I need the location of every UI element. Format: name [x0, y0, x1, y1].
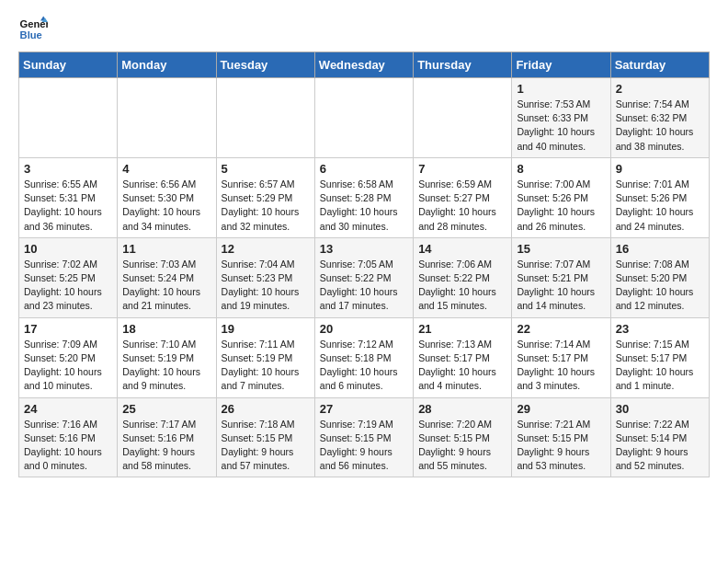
day-detail: Sunrise: 7:04 AM Sunset: 5:23 PM Dayligh… [222, 258, 310, 314]
day-number: 2 [616, 82, 704, 96]
day-number: 30 [616, 402, 704, 416]
calendar-cell: 18Sunrise: 7:10 AM Sunset: 5:19 PM Dayli… [118, 317, 216, 397]
calendar-cell: 30Sunrise: 7:22 AM Sunset: 5:14 PM Dayli… [610, 397, 709, 477]
day-detail: Sunrise: 7:12 AM Sunset: 5:18 PM Dayligh… [320, 338, 408, 394]
calendar-cell: 8Sunrise: 7:00 AM Sunset: 5:26 PM Daylig… [512, 157, 610, 237]
day-detail: Sunrise: 7:11 AM Sunset: 5:19 PM Dayligh… [222, 338, 310, 394]
calendar-cell: 16Sunrise: 7:08 AM Sunset: 5:20 PM Dayli… [610, 237, 709, 317]
calendar-cell: 21Sunrise: 7:13 AM Sunset: 5:17 PM Dayli… [414, 317, 512, 397]
calendar-cell: 7Sunrise: 6:59 AM Sunset: 5:27 PM Daylig… [414, 157, 512, 237]
day-number: 7 [418, 162, 506, 176]
day-detail: Sunrise: 7:18 AM Sunset: 5:15 PM Dayligh… [222, 418, 310, 474]
calendar-cell: 24Sunrise: 7:16 AM Sunset: 5:16 PM Dayli… [19, 397, 118, 477]
day-number: 16 [616, 242, 704, 256]
day-number: 6 [320, 162, 408, 176]
day-detail: Sunrise: 7:22 AM Sunset: 5:14 PM Dayligh… [616, 418, 704, 474]
weekday-header-wednesday: Wednesday [314, 52, 413, 78]
day-number: 8 [517, 162, 605, 176]
calendar-week-1: 1Sunrise: 7:53 AM Sunset: 6:33 PM Daylig… [19, 78, 710, 158]
calendar-week-4: 17Sunrise: 7:09 AM Sunset: 5:20 PM Dayli… [19, 317, 710, 397]
calendar-cell: 27Sunrise: 7:19 AM Sunset: 5:15 PM Dayli… [314, 397, 413, 477]
day-detail: Sunrise: 7:14 AM Sunset: 5:17 PM Dayligh… [517, 338, 605, 394]
day-number: 14 [418, 242, 506, 256]
weekday-header-saturday: Saturday [610, 52, 709, 78]
calendar-body: 1Sunrise: 7:53 AM Sunset: 6:33 PM Daylig… [19, 78, 710, 477]
calendar-cell: 4Sunrise: 6:56 AM Sunset: 5:30 PM Daylig… [118, 157, 216, 237]
day-number: 11 [122, 242, 210, 256]
day-detail: Sunrise: 6:59 AM Sunset: 5:27 PM Dayligh… [418, 178, 506, 234]
day-detail: Sunrise: 7:53 AM Sunset: 6:33 PM Dayligh… [517, 98, 605, 154]
day-detail: Sunrise: 7:06 AM Sunset: 5:22 PM Dayligh… [418, 258, 506, 314]
logo-icon: General Blue [18, 15, 48, 44]
weekday-header-sunday: Sunday [19, 52, 118, 78]
day-detail: Sunrise: 7:02 AM Sunset: 5:25 PM Dayligh… [24, 258, 112, 314]
day-number: 28 [418, 402, 506, 416]
calendar-cell: 10Sunrise: 7:02 AM Sunset: 5:25 PM Dayli… [19, 237, 118, 317]
page-header: General Blue [18, 15, 710, 44]
day-detail: Sunrise: 7:07 AM Sunset: 5:21 PM Dayligh… [517, 258, 605, 314]
day-detail: Sunrise: 7:00 AM Sunset: 5:26 PM Dayligh… [517, 178, 605, 234]
day-number: 15 [517, 242, 605, 256]
day-detail: Sunrise: 7:20 AM Sunset: 5:15 PM Dayligh… [418, 418, 506, 474]
day-detail: Sunrise: 7:21 AM Sunset: 5:15 PM Dayligh… [517, 418, 605, 474]
calendar-cell: 29Sunrise: 7:21 AM Sunset: 5:15 PM Dayli… [512, 397, 610, 477]
day-number: 24 [24, 402, 112, 416]
calendar-cell: 5Sunrise: 6:57 AM Sunset: 5:29 PM Daylig… [216, 157, 314, 237]
calendar-cell: 17Sunrise: 7:09 AM Sunset: 5:20 PM Dayli… [19, 317, 118, 397]
calendar-week-5: 24Sunrise: 7:16 AM Sunset: 5:16 PM Dayli… [19, 397, 710, 477]
day-detail: Sunrise: 7:01 AM Sunset: 5:26 PM Dayligh… [616, 178, 704, 234]
day-number: 26 [222, 402, 310, 416]
calendar-cell: 25Sunrise: 7:17 AM Sunset: 5:16 PM Dayli… [118, 397, 216, 477]
calendar-cell [216, 78, 314, 158]
day-number: 29 [517, 402, 605, 416]
day-number: 12 [222, 242, 310, 256]
calendar-table: SundayMondayTuesdayWednesdayThursdayFrid… [18, 52, 710, 477]
calendar-cell: 11Sunrise: 7:03 AM Sunset: 5:24 PM Dayli… [118, 237, 216, 317]
day-detail: Sunrise: 6:58 AM Sunset: 5:28 PM Dayligh… [320, 178, 408, 234]
day-number: 10 [24, 242, 112, 256]
day-number: 17 [24, 322, 112, 336]
day-number: 20 [320, 322, 408, 336]
day-detail: Sunrise: 6:55 AM Sunset: 5:31 PM Dayligh… [24, 178, 112, 234]
logo: General Blue [18, 15, 51, 44]
day-detail: Sunrise: 7:05 AM Sunset: 5:22 PM Dayligh… [320, 258, 408, 314]
day-detail: Sunrise: 7:09 AM Sunset: 5:20 PM Dayligh… [24, 338, 112, 394]
day-detail: Sunrise: 7:16 AM Sunset: 5:16 PM Dayligh… [24, 418, 112, 474]
calendar-week-3: 10Sunrise: 7:02 AM Sunset: 5:25 PM Dayli… [19, 237, 710, 317]
day-detail: Sunrise: 7:54 AM Sunset: 6:32 PM Dayligh… [616, 98, 704, 154]
weekday-header-monday: Monday [118, 52, 216, 78]
calendar-header-row: SundayMondayTuesdayWednesdayThursdayFrid… [19, 52, 710, 78]
day-detail: Sunrise: 7:17 AM Sunset: 5:16 PM Dayligh… [122, 418, 210, 474]
calendar-cell: 13Sunrise: 7:05 AM Sunset: 5:22 PM Dayli… [314, 237, 413, 317]
day-number: 19 [222, 322, 310, 336]
day-number: 13 [320, 242, 408, 256]
calendar-cell: 9Sunrise: 7:01 AM Sunset: 5:26 PM Daylig… [610, 157, 709, 237]
calendar-cell: 15Sunrise: 7:07 AM Sunset: 5:21 PM Dayli… [512, 237, 610, 317]
day-detail: Sunrise: 7:08 AM Sunset: 5:20 PM Dayligh… [616, 258, 704, 314]
svg-text:Blue: Blue [20, 29, 42, 40]
calendar-cell: 2Sunrise: 7:54 AM Sunset: 6:32 PM Daylig… [610, 78, 709, 158]
day-number: 18 [122, 322, 210, 336]
day-detail: Sunrise: 6:57 AM Sunset: 5:29 PM Dayligh… [222, 178, 310, 234]
weekday-header-friday: Friday [512, 52, 610, 78]
calendar-cell: 6Sunrise: 6:58 AM Sunset: 5:28 PM Daylig… [314, 157, 413, 237]
calendar-cell [19, 78, 118, 158]
day-detail: Sunrise: 7:19 AM Sunset: 5:15 PM Dayligh… [320, 418, 408, 474]
calendar-cell: 1Sunrise: 7:53 AM Sunset: 6:33 PM Daylig… [512, 78, 610, 158]
day-detail: Sunrise: 7:10 AM Sunset: 5:19 PM Dayligh… [122, 338, 210, 394]
calendar-cell: 20Sunrise: 7:12 AM Sunset: 5:18 PM Dayli… [314, 317, 413, 397]
day-number: 4 [122, 162, 210, 176]
day-number: 9 [616, 162, 704, 176]
day-number: 1 [517, 82, 605, 96]
calendar-cell: 14Sunrise: 7:06 AM Sunset: 5:22 PM Dayli… [414, 237, 512, 317]
day-detail: Sunrise: 6:56 AM Sunset: 5:30 PM Dayligh… [122, 178, 210, 234]
day-detail: Sunrise: 7:03 AM Sunset: 5:24 PM Dayligh… [122, 258, 210, 314]
day-number: 5 [222, 162, 310, 176]
calendar-cell: 23Sunrise: 7:15 AM Sunset: 5:17 PM Dayli… [610, 317, 709, 397]
day-number: 3 [24, 162, 112, 176]
weekday-header-tuesday: Tuesday [216, 52, 314, 78]
day-number: 27 [320, 402, 408, 416]
day-number: 25 [122, 402, 210, 416]
calendar-cell: 19Sunrise: 7:11 AM Sunset: 5:19 PM Dayli… [216, 317, 314, 397]
calendar-cell: 28Sunrise: 7:20 AM Sunset: 5:15 PM Dayli… [414, 397, 512, 477]
